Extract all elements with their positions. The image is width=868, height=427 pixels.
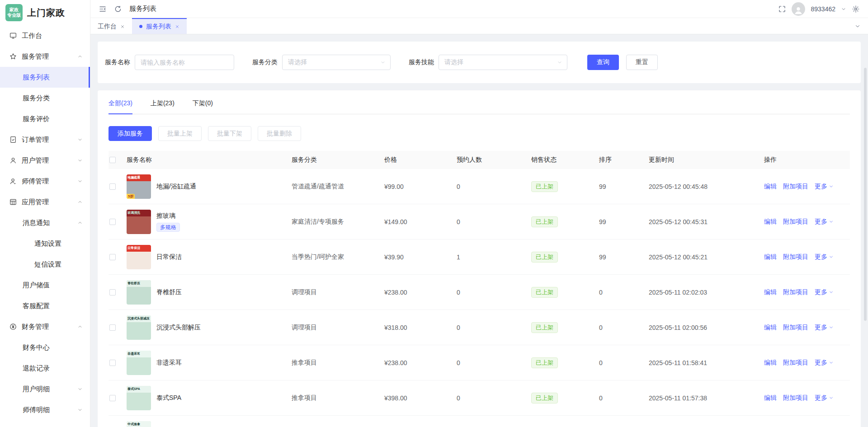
row-checkbox[interactable]: [109, 395, 116, 401]
thumbnail-band: 地漏疏通: [127, 174, 151, 181]
service-name-cell: 脊柱舒压 脊椎舒压: [127, 280, 292, 305]
edit-link[interactable]: 编辑: [764, 394, 777, 402]
refresh-icon[interactable]: [114, 5, 122, 13]
toolbar-button-1[interactable]: 批量上架: [158, 126, 202, 141]
sidebar-item-18[interactable]: 师傅明细: [0, 399, 90, 420]
tab-strip: 工作台 服务列表: [90, 18, 868, 34]
row-checkbox[interactable]: [109, 360, 116, 366]
edit-link[interactable]: 编辑: [764, 359, 777, 367]
service-name: 非遗采耳: [156, 359, 182, 367]
more-link[interactable]: 更多: [815, 288, 834, 296]
edit-link[interactable]: 编辑: [764, 218, 777, 226]
updated-cell: 2025-05-11 01:58:41: [649, 359, 764, 366]
sidebar-item-3[interactable]: 服务分类: [0, 88, 90, 108]
addon-link[interactable]: 附加项目: [783, 359, 808, 367]
addon-link[interactable]: 附加项目: [783, 253, 808, 261]
service-name-input[interactable]: [135, 55, 234, 70]
service-name: 地漏/浴缸疏通: [156, 183, 196, 191]
service-skill-select[interactable]: 请选择: [439, 55, 567, 70]
sidebar-item-label: 客服配置: [23, 302, 50, 310]
scrollbar[interactable]: [864, 68, 867, 321]
addon-link[interactable]: 附加项目: [783, 183, 808, 191]
filter-tab-1[interactable]: 上架(23): [151, 99, 175, 114]
status-cell: 已上架: [531, 322, 599, 333]
sidebar-item-label: 师傅管理: [22, 177, 49, 186]
filter-tab-label: 下架(0): [193, 99, 213, 107]
row-checkbox[interactable]: [109, 254, 116, 260]
user-dropdown-chevron-icon[interactable]: [841, 6, 846, 12]
more-label: 更多: [815, 394, 827, 402]
sidebar-item-19[interactable]: 装修管理: [0, 420, 90, 427]
toolbar-button-2[interactable]: 批量下架: [208, 126, 251, 141]
sidebar-item-11[interactable]: 短信设置: [0, 254, 90, 275]
more-link[interactable]: 更多: [815, 218, 834, 226]
row-checkbox[interactable]: [109, 219, 116, 225]
table-row-5: 非遗采耳 非遗采耳 推拿项目 ¥238.00 0 已上架 0 2025-05-1…: [108, 345, 850, 380]
reset-button[interactable]: 重置: [626, 55, 658, 70]
page-title: 服务列表: [129, 5, 156, 13]
multi-spec-tag: 多规格: [156, 223, 180, 232]
page-tab-0[interactable]: 工作台: [90, 18, 132, 34]
select-all-checkbox[interactable]: [109, 157, 116, 163]
bookings-value: 0: [457, 289, 460, 296]
user-avatar[interactable]: [792, 2, 805, 16]
edit-link[interactable]: 编辑: [764, 288, 777, 296]
row-checkbox[interactable]: [109, 183, 116, 190]
close-icon[interactable]: [120, 24, 125, 29]
row-checkbox[interactable]: [109, 324, 116, 331]
chevron-down-icon: [380, 60, 386, 65]
sidebar-item-7[interactable]: 师傅管理: [0, 171, 90, 192]
sidebar-item-9[interactable]: 消息通知: [0, 212, 90, 233]
sidebar-item-8[interactable]: 应用管理: [0, 192, 90, 212]
edit-link[interactable]: 编辑: [764, 324, 777, 332]
sort-value: 0: [599, 394, 603, 402]
sidebar-item-15[interactable]: 财务中心: [0, 337, 90, 358]
sidebar-item-4[interactable]: 服务评价: [0, 108, 90, 129]
sidebar-item-12[interactable]: 用户储值: [0, 275, 90, 296]
tabs-overflow-chevron-icon[interactable]: [854, 23, 861, 29]
actions-cell: 编辑 附加项目 更多: [764, 324, 850, 332]
addon-link[interactable]: 附加项目: [783, 218, 808, 226]
filter-skill-group: 服务技能 请选择: [409, 55, 567, 70]
addon-link[interactable]: 附加项目: [783, 394, 808, 402]
service-category-select[interactable]: 请选择: [282, 55, 391, 70]
updated-cell: 2025-05-11 02:00:56: [649, 324, 764, 331]
menu-fold-icon[interactable]: [99, 5, 107, 13]
more-link[interactable]: 更多: [815, 359, 834, 367]
sidebar-item-17[interactable]: 用户明细: [0, 379, 90, 399]
sidebar-item-13[interactable]: 客服配置: [0, 296, 90, 316]
filter-tab-0[interactable]: 全部(23): [108, 99, 132, 114]
more-link[interactable]: 更多: [815, 324, 834, 332]
toolbar-button-3[interactable]: 批量删除: [258, 126, 301, 141]
edit-link[interactable]: 编辑: [764, 253, 777, 261]
fullscreen-icon[interactable]: [778, 5, 786, 13]
star-icon: [9, 52, 17, 61]
sidebar-item-16[interactable]: 退款记录: [0, 358, 90, 379]
toolbar-button-0[interactable]: 添加服务: [108, 126, 152, 141]
row-checkbox[interactable]: [109, 289, 116, 296]
more-link[interactable]: 更多: [815, 394, 834, 402]
settings-gear-icon[interactable]: [852, 5, 860, 13]
sidebar-item-1[interactable]: 服务管理: [0, 46, 90, 67]
sidebar-item-2[interactable]: 服务列表: [0, 67, 90, 88]
page-tab-1[interactable]: 服务列表: [132, 18, 187, 34]
search-button[interactable]: 查询: [587, 55, 619, 70]
column-header-label: 更新时间: [649, 156, 674, 164]
sidebar-item-14[interactable]: 财务管理: [0, 316, 90, 337]
sidebar-item-6[interactable]: 用户管理: [0, 150, 90, 171]
status-cell: 已上架: [531, 357, 599, 368]
addon-link[interactable]: 附加项目: [783, 324, 808, 332]
close-icon[interactable]: [175, 24, 179, 29]
chevron-down-icon: [829, 184, 834, 189]
sidebar-item-0[interactable]: 工作台: [0, 25, 90, 46]
username[interactable]: 8933462: [811, 5, 835, 13]
more-link[interactable]: 更多: [815, 183, 834, 191]
sidebar-item-5[interactable]: 订单管理: [0, 129, 90, 150]
filter-tab-2[interactable]: 下架(0): [193, 99, 213, 114]
sidebar-item-10[interactable]: 通知设置: [0, 233, 90, 254]
updated-value: 2025-05-11 02:00:56: [649, 324, 707, 331]
more-label: 更多: [815, 324, 827, 332]
edit-link[interactable]: 编辑: [764, 183, 777, 191]
more-link[interactable]: 更多: [815, 253, 834, 261]
addon-link[interactable]: 附加项目: [783, 288, 808, 296]
